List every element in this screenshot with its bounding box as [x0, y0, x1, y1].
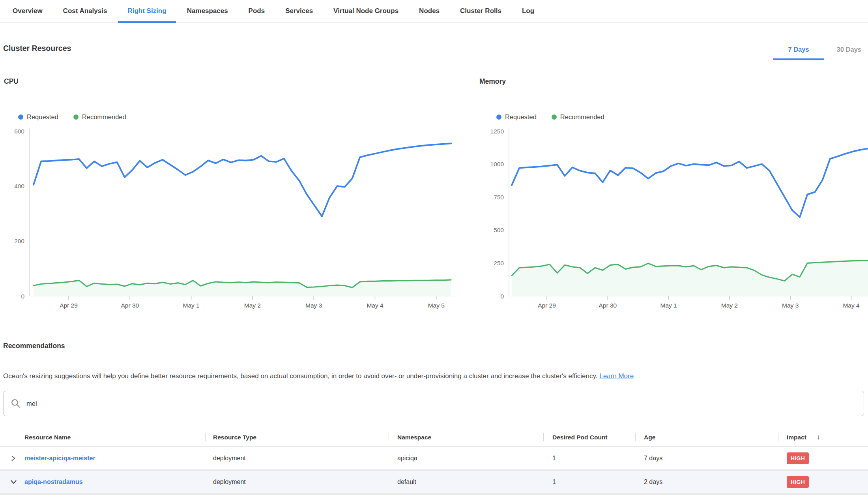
column-label: Impact — [787, 434, 806, 441]
tab-virtual-node-groups[interactable]: Virtual Node Groups — [323, 0, 409, 23]
column-header-resource-name[interactable]: Resource Name — [0, 429, 205, 446]
svg-text:250: 250 — [494, 260, 504, 266]
chevron-right-icon[interactable] — [10, 456, 16, 461]
resource-name-link[interactable]: meister-apiciqa-meister — [24, 455, 95, 462]
svg-text:May 4: May 4 — [367, 302, 383, 309]
svg-text:May 2: May 2 — [721, 302, 738, 309]
column-header-resource-type[interactable]: Resource Type — [205, 429, 389, 446]
legend-item-requested: Requested — [18, 113, 58, 121]
svg-text:0: 0 — [21, 293, 24, 300]
svg-text:750: 750 — [494, 194, 504, 201]
table-row[interactable]: apiqa-nostradamus deployment default 1 2… — [0, 471, 868, 495]
column-label: Desired Pod Count — [552, 434, 608, 441]
column-header-impact[interactable]: Impact ↓ — [778, 429, 868, 446]
cpu-chart-section: CPU Requested Recommended 6004002000Apr … — [0, 59, 455, 310]
impact-badge: HIGH — [787, 476, 809, 488]
legend-label: Requested — [27, 113, 58, 121]
legend-label: Recommended — [560, 113, 604, 121]
svg-text:600: 600 — [14, 128, 24, 135]
search-bar[interactable] — [3, 391, 864, 416]
main-tab-bar: Overview Cost Analysis Right Sizing Name… — [0, 0, 868, 23]
svg-text:1250: 1250 — [490, 128, 504, 135]
legend-item-recommended: Recommended — [552, 113, 604, 121]
description-text: Ocean's resizing suggestions will help y… — [3, 372, 597, 380]
svg-text:May 3: May 3 — [305, 302, 322, 309]
svg-text:200: 200 — [14, 238, 24, 244]
column-header-desired-pod-count[interactable]: Desired Pod Count — [543, 429, 635, 446]
svg-text:0: 0 — [500, 293, 504, 300]
cpu-chart-title: CPU — [0, 59, 455, 91]
column-label: Resource Type — [213, 434, 256, 441]
tab-overview[interactable]: Overview — [2, 0, 53, 23]
svg-text:May 5: May 5 — [428, 302, 445, 309]
requested-legend-dot — [18, 114, 23, 120]
svg-text:May 3: May 3 — [782, 302, 799, 309]
cpu-chart-legend: Requested Recommended — [18, 113, 455, 121]
svg-text:May 2: May 2 — [244, 302, 261, 309]
recommendations-table: Resource Name Resource Type Namespace De… — [0, 429, 868, 495]
period-7-days[interactable]: 7 Days — [788, 46, 809, 53]
column-label: Age — [644, 434, 655, 441]
age-cell: 7 days — [635, 447, 778, 469]
namespace-cell: default — [389, 471, 543, 493]
search-input[interactable] — [26, 400, 857, 407]
tab-cluster-rolls[interactable]: Cluster Rolls — [450, 0, 512, 23]
column-header-age[interactable]: Age — [635, 429, 778, 446]
column-header-namespace[interactable]: Namespace — [389, 429, 543, 446]
search-icon — [11, 398, 21, 409]
memory-chart-section: Memory Requested Recommended 12501000750… — [470, 59, 868, 310]
tab-namespaces[interactable]: Namespaces — [177, 0, 238, 23]
age-cell: 2 days — [635, 471, 778, 493]
chevron-down-icon[interactable] — [10, 479, 17, 485]
table-header-row: Resource Name Resource Type Namespace De… — [0, 429, 868, 447]
recommendations-description: Ocean's resizing suggestions will help y… — [3, 372, 864, 381]
tab-pods[interactable]: Pods — [238, 0, 275, 23]
recommendations-section: Recommendations Ocean's resizing suggest… — [0, 332, 868, 381]
recommendations-title: Recommendations — [3, 342, 868, 350]
memory-chart-legend: Requested Recommended — [496, 113, 868, 121]
svg-text:Apr 29: Apr 29 — [538, 302, 556, 309]
period-30-days[interactable]: 30 Days — [837, 46, 861, 53]
period-toggle: 7 Days 30 Days — [788, 46, 861, 53]
svg-text:May 1: May 1 — [660, 302, 677, 309]
learn-more-link[interactable]: Learn More — [599, 372, 634, 380]
legend-item-requested: Requested — [496, 113, 537, 121]
column-label: Resource Name — [24, 434, 71, 441]
legend-label: Requested — [505, 113, 537, 121]
svg-text:Apr 30: Apr 30 — [121, 302, 139, 309]
namespace-cell: apiciqa — [389, 447, 543, 469]
column-label: Namespace — [397, 434, 431, 441]
svg-text:May 4: May 4 — [843, 302, 860, 309]
svg-text:1000: 1000 — [490, 161, 504, 167]
svg-text:400: 400 — [14, 183, 24, 189]
requested-legend-dot — [496, 114, 501, 120]
recommended-legend-dot — [552, 114, 557, 120]
divider — [0, 361, 868, 361]
table-row[interactable]: meister-apiciqa-meister deployment apici… — [0, 447, 868, 471]
section-title: Cluster Resources — [3, 44, 71, 53]
svg-text:May 1: May 1 — [183, 302, 199, 309]
recommended-legend-dot — [73, 114, 79, 120]
sort-desc-icon[interactable]: ↓ — [817, 433, 820, 441]
resource-type-cell: deployment — [205, 471, 389, 493]
impact-badge: HIGH — [787, 452, 809, 464]
cluster-resources-header: Cluster Resources 7 Days 30 Days — [0, 23, 868, 59]
resource-type-cell: deployment — [205, 447, 389, 469]
svg-text:Apr 29: Apr 29 — [60, 302, 78, 309]
tab-cost-analysis[interactable]: Cost Analysis — [53, 0, 118, 23]
desired-pod-count-cell: 1 — [543, 471, 635, 493]
svg-text:500: 500 — [494, 227, 504, 233]
tab-right-sizing[interactable]: Right Sizing — [117, 0, 176, 23]
cpu-line-chart: 6004002000Apr 29Apr 30May 1May 2May 3May… — [0, 126, 455, 310]
right-sizing-page: Overview Cost Analysis Right Sizing Name… — [0, 0, 868, 499]
desired-pod-count-cell: 1 — [543, 447, 635, 469]
svg-text:Apr 30: Apr 30 — [599, 302, 617, 309]
memory-chart-title: Memory — [470, 59, 868, 91]
legend-item-recommended: Recommended — [73, 113, 126, 121]
legend-label: Recommended — [82, 113, 126, 121]
resource-name-link[interactable]: apiqa-nostradamus — [24, 478, 83, 486]
tab-services[interactable]: Services — [275, 0, 323, 23]
tab-nodes[interactable]: Nodes — [409, 0, 450, 23]
memory-line-chart: 125010007505002500Apr 29Apr 30May 1May 2… — [470, 126, 868, 310]
tab-log[interactable]: Log — [512, 0, 544, 23]
